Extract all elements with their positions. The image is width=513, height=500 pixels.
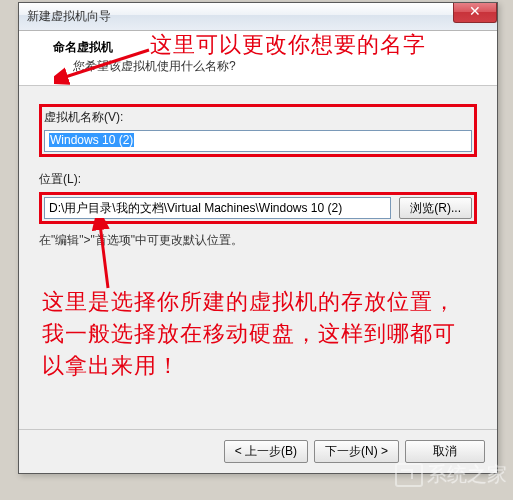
vm-name-input[interactable]: Windows 10 (2) (44, 130, 472, 152)
watermark: 系统之家 (395, 461, 507, 488)
wizard-header-subtitle: 您希望该虚拟机使用什么名称? (53, 58, 479, 75)
browse-button[interactable]: 浏览(R)... (399, 197, 472, 219)
location-input[interactable] (44, 197, 391, 219)
wizard-header-title: 命名虚拟机 (53, 39, 479, 56)
vm-name-value: Windows 10 (2) (49, 133, 134, 147)
wizard-content: 虚拟机名称(V): Windows 10 (2) 位置(L): 浏览(R)...… (19, 86, 497, 446)
titlebar: 新建虚拟机向导 ✕ (19, 3, 497, 31)
wizard-header: 命名虚拟机 您希望该虚拟机使用什么名称? (19, 31, 497, 86)
close-button[interactable]: ✕ (453, 3, 497, 23)
cancel-button[interactable]: 取消 (405, 440, 485, 463)
location-label: 位置(L): (39, 171, 477, 188)
default-location-hint: 在"编辑">"首选项"中可更改默认位置。 (39, 232, 477, 249)
back-button[interactable]: < 上一步(B) (224, 440, 308, 463)
watermark-logo-icon (395, 463, 423, 487)
name-field-highlight: 虚拟机名称(V): Windows 10 (2) (39, 104, 477, 157)
location-field-highlight: 浏览(R)... (39, 192, 477, 224)
watermark-text: 系统之家 (427, 461, 507, 488)
wizard-window: 新建虚拟机向导 ✕ 命名虚拟机 您希望该虚拟机使用什么名称? 虚拟机名称(V):… (18, 2, 498, 474)
next-button[interactable]: 下一步(N) > (314, 440, 399, 463)
close-icon: ✕ (469, 3, 481, 19)
window-title: 新建虚拟机向导 (27, 8, 111, 25)
vm-name-label: 虚拟机名称(V): (44, 109, 472, 126)
